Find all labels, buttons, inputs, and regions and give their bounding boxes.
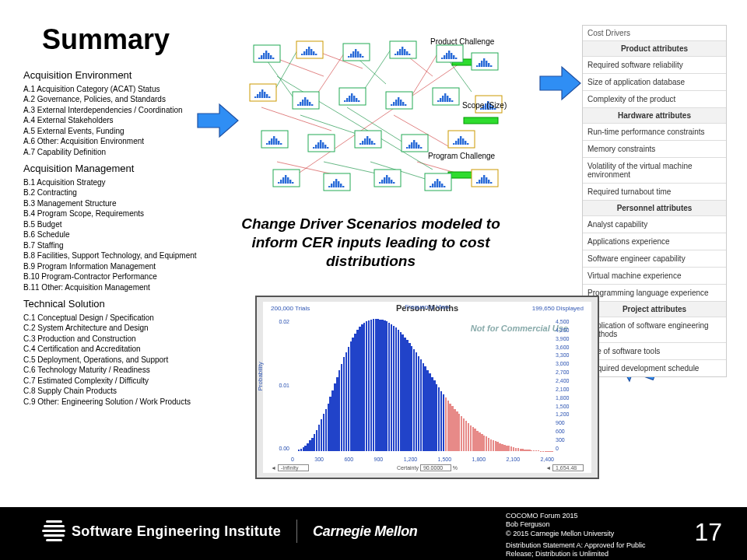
svg-rect-53 bbox=[406, 51, 408, 55]
sei-text: Software Engineering Institute bbox=[72, 523, 281, 540]
table-row: Run-time performance constraints bbox=[583, 124, 726, 141]
svg-rect-104 bbox=[437, 100, 439, 102]
svg-rect-58 bbox=[446, 53, 447, 59]
svg-rect-150 bbox=[420, 147, 422, 149]
svg-rect-105 bbox=[440, 98, 441, 102]
svg-rect-24 bbox=[258, 58, 260, 59]
svg-rect-62 bbox=[455, 58, 457, 59]
svg-rect-70 bbox=[490, 65, 492, 67]
outline-item: B.7 Staffing bbox=[23, 240, 226, 251]
chart-bars bbox=[291, 319, 554, 451]
svg-rect-78 bbox=[268, 96, 270, 98]
table-group-header: Personnel attributes bbox=[583, 201, 726, 216]
svg-rect-177 bbox=[381, 180, 383, 184]
svg-rect-121 bbox=[268, 141, 270, 145]
svg-rect-30 bbox=[272, 58, 274, 59]
svg-rect-57 bbox=[444, 55, 445, 59]
chart-cert-label: Certainty bbox=[397, 465, 419, 471]
svg-rect-91 bbox=[351, 93, 352, 102]
svg-rect-136 bbox=[359, 143, 361, 145]
svg-rect-81 bbox=[300, 102, 301, 106]
outline-item: A.1 Acquisition Category (ACAT) Status bbox=[23, 84, 226, 95]
outline-group-title: Acquisition Environment bbox=[23, 68, 226, 82]
svg-rect-130 bbox=[317, 142, 319, 149]
svg-rect-172 bbox=[338, 181, 339, 187]
svg-rect-180 bbox=[388, 177, 390, 184]
svg-rect-139 bbox=[366, 136, 368, 145]
svg-rect-176 bbox=[379, 182, 381, 184]
sei-glyph-icon bbox=[42, 520, 65, 542]
svg-rect-125 bbox=[278, 141, 279, 145]
table-row: Volatility of the virtual machine enviro… bbox=[583, 158, 726, 184]
svg-rect-185 bbox=[432, 184, 433, 187]
svg-rect-163 bbox=[285, 175, 286, 184]
cmu-wordmark: Carnegie Mellon bbox=[313, 523, 418, 540]
svg-rect-28 bbox=[268, 53, 269, 59]
svg-rect-148 bbox=[416, 142, 417, 149]
svg-rect-187 bbox=[437, 179, 438, 187]
svg-rect-74 bbox=[259, 92, 261, 98]
svg-rect-76 bbox=[264, 92, 265, 98]
outline-item: B.10 Program-Contractor Performance bbox=[23, 271, 226, 282]
table-row: Applications experience bbox=[583, 233, 726, 250]
outline-item: B.8 Facilities, Support Technology, and … bbox=[23, 250, 226, 261]
slide-number: 17 bbox=[694, 518, 722, 547]
chart-xticks: 03006009001,2001,5001,8002,1002,400 bbox=[291, 457, 554, 462]
svg-rect-156 bbox=[462, 138, 464, 145]
table-row: Software engineer capability bbox=[583, 250, 726, 268]
svg-rect-102 bbox=[405, 104, 406, 106]
chart-right-bound: 1,654.48 bbox=[552, 464, 584, 471]
svg-rect-195 bbox=[483, 175, 485, 184]
svg-rect-182 bbox=[393, 182, 395, 184]
svg-rect-94 bbox=[358, 100, 359, 102]
chart-cert-value: 90.0000 bbox=[420, 464, 451, 471]
table-row: Memory constraints bbox=[583, 141, 726, 158]
svg-rect-164 bbox=[287, 177, 289, 184]
svg-rect-82 bbox=[302, 100, 303, 106]
svg-rect-174 bbox=[342, 186, 344, 187]
svg-rect-60 bbox=[451, 53, 452, 59]
center-message: Change Driver Scenarios modeled to infor… bbox=[237, 215, 505, 270]
svg-marker-200 bbox=[540, 67, 580, 100]
svg-rect-77 bbox=[266, 94, 268, 98]
svg-rect-96 bbox=[391, 104, 392, 106]
svg-rect-166 bbox=[292, 182, 293, 184]
svg-rect-134 bbox=[327, 147, 328, 149]
outline-item: A.5 External Events, Funding bbox=[23, 126, 226, 137]
svg-rect-65 bbox=[479, 63, 480, 67]
outline-group-title: Technical Solution bbox=[23, 297, 226, 311]
table-group-header: Product attributes bbox=[583, 41, 726, 57]
svg-rect-132 bbox=[322, 142, 324, 149]
page-title: Summary bbox=[42, 23, 170, 56]
svg-rect-158 bbox=[467, 143, 468, 145]
outline-item: A.2 Governance, Policies, and Standards bbox=[23, 94, 226, 105]
svg-rect-43 bbox=[355, 49, 356, 58]
svg-rect-88 bbox=[344, 100, 345, 102]
arrow-right-icon bbox=[538, 64, 582, 106]
svg-rect-64 bbox=[476, 65, 478, 67]
svg-rect-99 bbox=[398, 97, 399, 106]
outline-item: C.6 Technology Maturity / Readiness bbox=[23, 365, 226, 376]
svg-rect-37 bbox=[313, 51, 314, 55]
svg-rect-44 bbox=[357, 51, 359, 58]
footer-line2: Bob Ferguson bbox=[506, 520, 669, 529]
outline-item: A.6 Other: Acquisition Environment bbox=[23, 136, 226, 147]
svg-rect-89 bbox=[346, 98, 348, 102]
table-row: Virtual machine experience bbox=[583, 268, 726, 285]
svg-rect-126 bbox=[280, 143, 282, 145]
chart-cert-unit: % bbox=[453, 465, 458, 471]
svg-rect-25 bbox=[261, 55, 262, 59]
svg-rect-107 bbox=[444, 93, 446, 102]
footer: Software Engineering Institute Carnegie … bbox=[0, 507, 747, 560]
svg-rect-26 bbox=[263, 53, 265, 59]
outline-item: A.4 External Stakeholders bbox=[23, 115, 226, 126]
network-diagram bbox=[230, 30, 503, 197]
outline-item: A.7 Capability Definition bbox=[23, 147, 226, 158]
svg-rect-131 bbox=[320, 140, 321, 149]
svg-rect-98 bbox=[395, 100, 397, 106]
svg-rect-184 bbox=[430, 186, 431, 187]
net-label-product: Product Challenge bbox=[430, 37, 494, 46]
table-row: Application of software engineering meth… bbox=[583, 317, 726, 343]
table-row: Analyst capability bbox=[583, 216, 726, 233]
svg-rect-32 bbox=[301, 54, 303, 55]
